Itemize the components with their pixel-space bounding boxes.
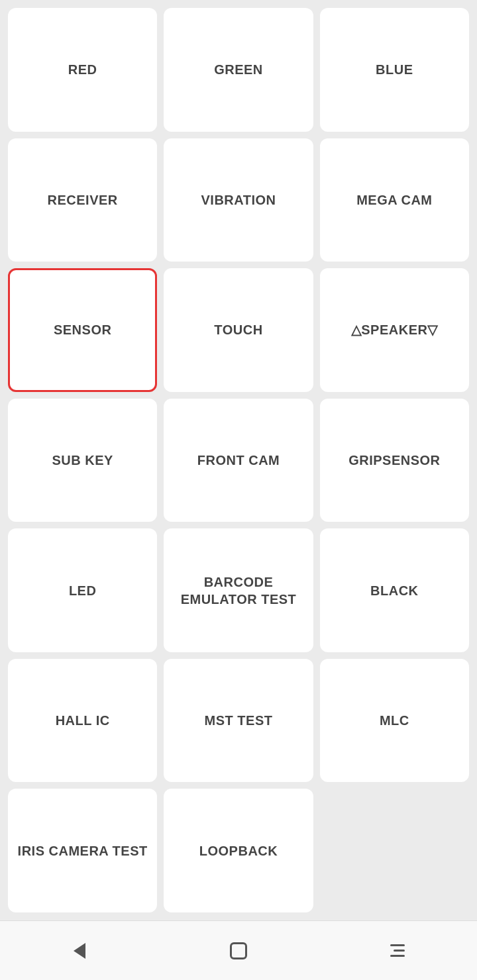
grid-item-label-loopback: LOOPBACK bbox=[199, 842, 278, 859]
grid-item-label-black: BLACK bbox=[370, 582, 419, 599]
grid-item-front-cam[interactable]: FRONT CAM bbox=[164, 399, 313, 522]
grid-item-red[interactable]: RED bbox=[8, 8, 157, 132]
home-button[interactable] bbox=[219, 931, 258, 971]
grid-item-label-sub-key: SUB KEY bbox=[52, 452, 113, 469]
grid-item-vibration[interactable]: VIBRATION bbox=[164, 138, 313, 262]
grid-item-barcode-emulator-test[interactable]: BARCODE EMULATOR TEST bbox=[164, 528, 313, 652]
grid-item-label-iris-camera-test: IRIS CAMERA TEST bbox=[18, 842, 148, 859]
back-icon bbox=[74, 943, 85, 959]
test-grid: REDGREENBLUERECEIVERVIBRATIONMEGA CAMSEN… bbox=[0, 0, 477, 920]
grid-item-mst-test[interactable]: MST TEST bbox=[164, 659, 313, 783]
grid-item-label-red: RED bbox=[68, 61, 97, 78]
home-icon bbox=[230, 942, 247, 959]
grid-item-label-mlc: MLC bbox=[380, 712, 409, 729]
grid-item-label-gripsensor: GRIPSENSOR bbox=[348, 452, 440, 469]
grid-item-black[interactable]: BLACK bbox=[320, 528, 469, 652]
grid-item-label-front-cam: FRONT CAM bbox=[197, 452, 280, 469]
grid-item-label-vibration: VIBRATION bbox=[201, 191, 276, 209]
grid-item-sub-key[interactable]: SUB KEY bbox=[8, 399, 157, 522]
grid-item-label-hall-ic: HALL IC bbox=[56, 712, 110, 729]
recent-icon bbox=[390, 944, 405, 957]
navigation-bar bbox=[0, 920, 477, 980]
grid-item-label-touch: TOUCH bbox=[214, 321, 262, 338]
grid-item-label-receiver: RECEIVER bbox=[48, 191, 118, 209]
grid-item-label-led: LED bbox=[69, 582, 97, 599]
grid-item-label-mega-cam: MEGA CAM bbox=[356, 191, 432, 209]
grid-item-blue[interactable]: BLUE bbox=[320, 8, 469, 132]
grid-item-iris-camera-test[interactable]: IRIS CAMERA TEST bbox=[8, 789, 157, 912]
grid-item-label-mst-test: MST TEST bbox=[205, 712, 273, 729]
grid-item-hall-ic[interactable]: HALL IC bbox=[8, 659, 157, 783]
grid-item-gripsensor[interactable]: GRIPSENSOR bbox=[320, 399, 469, 522]
grid-item-receiver[interactable]: RECEIVER bbox=[8, 138, 157, 262]
grid-item-label-speaker: △SPEAKER▽ bbox=[351, 321, 438, 338]
back-button[interactable] bbox=[60, 931, 99, 971]
grid-item-sensor[interactable]: SENSOR bbox=[8, 268, 157, 392]
grid-item-mega-cam[interactable]: MEGA CAM bbox=[320, 138, 469, 262]
grid-item-mlc[interactable]: MLC bbox=[320, 659, 469, 783]
grid-item-led[interactable]: LED bbox=[8, 528, 157, 652]
recent-button[interactable] bbox=[378, 931, 417, 971]
grid-item-green[interactable]: GREEN bbox=[164, 8, 313, 132]
grid-item-label-blue: BLUE bbox=[376, 61, 413, 78]
grid-item-label-sensor: SENSOR bbox=[54, 321, 111, 338]
grid-item-speaker[interactable]: △SPEAKER▽ bbox=[320, 268, 469, 392]
grid-item-label-green: GREEN bbox=[214, 61, 263, 78]
grid-item-label-barcode-emulator-test: BARCODE EMULATOR TEST bbox=[172, 573, 305, 608]
grid-item-touch[interactable]: TOUCH bbox=[164, 268, 313, 392]
grid-item-loopback[interactable]: LOOPBACK bbox=[164, 789, 313, 912]
